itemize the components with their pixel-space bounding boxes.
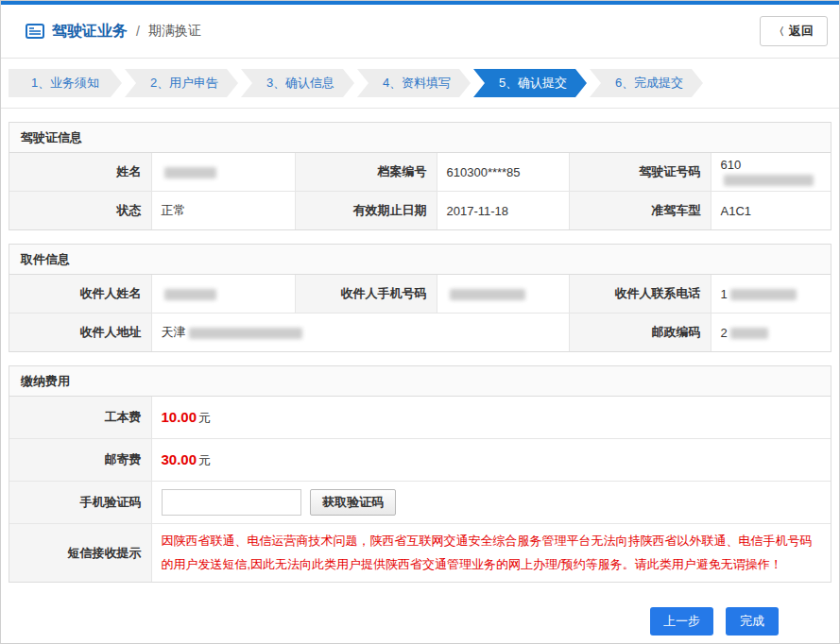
license-no-label: 驾驶证号码 [569,153,711,192]
back-button[interactable]: 〈 返回 [760,16,828,46]
page-title: 驾驶证业务 [52,22,128,42]
main-content: 驾驶证信息 姓名 档案编号 610300****85 驾驶证号码 610 状态 … [1,122,839,636]
table-row: 姓名 档案编号 610300****85 驾驶证号码 610 [9,153,831,192]
fees-table: 工本费 10.00元 邮寄费 30.00元 手机验证码 获取验证码 [9,397,831,582]
license-no-prefix: 610 [721,158,742,172]
address-prefix: 天津 [162,325,186,339]
work-fee-unit: 元 [198,411,211,425]
post-fee-label: 邮寄费 [9,439,151,482]
recipient-mobile-value [437,275,569,314]
license-table: 姓名 档案编号 610300****85 驾驶证号码 610 状态 正常 有效期… [9,153,831,229]
work-fee-amount: 10.00 [162,409,197,425]
page: 驾驶证业务 / 期满换证 〈 返回 1、业务须知 2、用户申告 3、确认信息 4… [0,0,840,644]
back-label: 返回 [789,23,814,40]
step-tab-4[interactable]: 4、资料填写 [357,69,471,97]
recipient-phone-value: 1 [711,275,831,314]
sms-code-label: 手机验证码 [9,482,151,524]
redacted-value [730,289,797,300]
step-tab-6[interactable]: 6、完成提交 [590,69,703,97]
recipient-phone-label: 收件人联系电话 [569,275,711,314]
zip-code-value: 2 [711,314,831,352]
name-label: 姓名 [9,153,151,192]
breadcrumb-separator: / [136,24,140,39]
table-row: 收件人姓名 收件人手机号码 收件人联系电话 1 [9,275,831,314]
vehicle-class-label: 准驾车型 [569,192,711,230]
redacted-value [724,175,814,186]
redacted-value [450,289,525,300]
zip-prefix: 2 [721,326,728,340]
zip-code-label: 邮政编码 [569,314,711,352]
form-icon [26,24,44,39]
footer-actions: 上一步 完成 [9,583,831,636]
recipient-address-label: 收件人地址 [9,314,151,352]
section-title-fees: 缴纳费用 [9,366,831,397]
chevron-left-icon: 〈 [774,25,784,39]
status-label: 状态 [9,192,151,230]
prev-step-button[interactable]: 上一步 [650,607,713,636]
breadcrumb-current: 期满换证 [148,23,201,40]
table-row: 收件人地址 天津 邮政编码 2 [9,314,831,352]
section-pickup-info: 取件信息 收件人姓名 收件人手机号码 收件人联系电话 1 收件人地址 天津 邮政… [9,244,831,352]
step-tab-5-active[interactable]: 5、确认提交 [473,69,587,97]
breadcrumb: 驾驶证业务 / 期满换证 [26,22,201,42]
work-fee-value: 10.00元 [151,397,831,439]
phone-prefix: 1 [721,287,728,301]
recipient-address-value: 天津 [151,314,569,352]
recipient-name-label: 收件人姓名 [9,275,151,314]
sms-notice-cell: 因陕西省联通、电信运营商技术问题，陕西省互联网交通安全综合服务管理平台无法向持陕… [151,524,831,583]
sms-notice-text: 因陕西省联通、电信运营商技术问题，陕西省互联网交通安全综合服务管理平台无法向持陕… [162,524,822,582]
post-fee-amount: 30.00 [162,451,197,467]
table-row: 短信接收提示 因陕西省联通、电信运营商技术问题，陕西省互联网交通安全综合服务管理… [9,524,831,583]
name-value [151,153,295,192]
table-row: 工本费 10.00元 [9,397,831,439]
table-row: 状态 正常 有效期止日期 2017-11-18 准驾车型 A1C1 [9,192,831,230]
step-nav: 1、业务须知 2、用户申告 3、确认信息 4、资料填写 5、确认提交 6、完成提… [1,59,839,109]
step-tab-2[interactable]: 2、用户申告 [125,69,238,97]
get-code-button[interactable]: 获取验证码 [310,489,396,516]
section-license-info: 驾驶证信息 姓名 档案编号 610300****85 驾驶证号码 610 状态 … [9,122,831,230]
step-tab-3[interactable]: 3、确认信息 [241,69,354,97]
post-fee-value: 30.00元 [151,439,831,482]
expiry-label: 有效期止日期 [295,192,437,230]
pickup-table: 收件人姓名 收件人手机号码 收件人联系电话 1 收件人地址 天津 邮政编码 2 [9,275,831,351]
recipient-name-value [151,275,295,314]
section-title-pickup: 取件信息 [9,245,831,275]
redacted-value [164,167,216,178]
header: 驾驶证业务 / 期满换证 〈 返回 [1,5,839,59]
recipient-mobile-label: 收件人手机号码 [295,275,437,314]
table-row: 手机验证码 获取验证码 [9,482,831,524]
sms-code-field: 获取验证码 [151,482,831,524]
sms-notice-label: 短信接收提示 [9,524,151,583]
sms-code-input[interactable] [162,489,301,516]
finish-button[interactable]: 完成 [726,607,779,636]
section-title-license: 驾驶证信息 [9,123,831,153]
post-fee-unit: 元 [198,453,211,467]
file-no-value: 610300****85 [437,153,569,192]
file-no-label: 档案编号 [295,153,437,192]
step-tab-1[interactable]: 1、业务须知 [9,69,122,97]
work-fee-label: 工本费 [9,397,151,439]
status-value: 正常 [151,192,295,230]
table-row: 邮寄费 30.00元 [9,439,831,482]
vehicle-class-value: A1C1 [711,192,831,230]
redacted-value [189,328,302,339]
redacted-value [164,289,216,300]
redacted-value [730,328,768,339]
expiry-value: 2017-11-18 [437,192,569,230]
section-fees: 缴纳费用 工本费 10.00元 邮寄费 30.00元 手机验证码 [9,365,831,583]
license-no-value: 610 [711,153,831,192]
